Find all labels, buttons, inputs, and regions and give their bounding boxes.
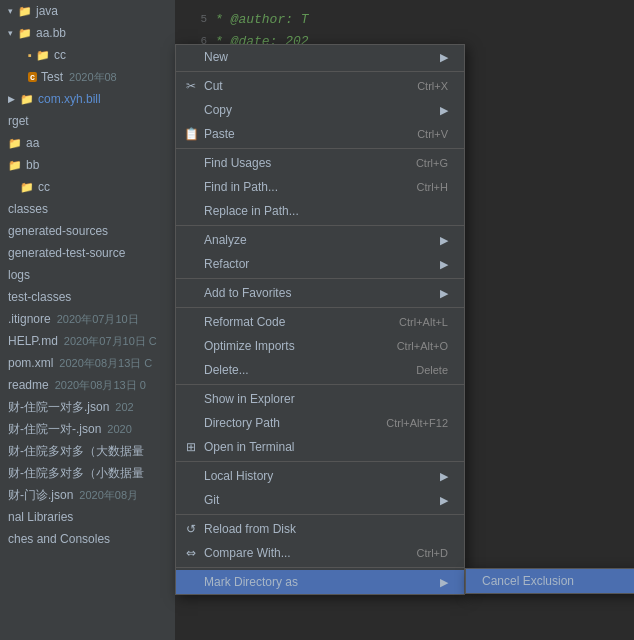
tree-item-label: cc	[54, 48, 66, 62]
menu-label: Copy	[204, 103, 440, 117]
submenu-arrow: ▶	[440, 576, 448, 589]
file-tree: ▾ 📁 java ▾ 📁 aa.bb ▪ 📁 cc c Test 2020年08…	[0, 0, 175, 640]
menu-label: Mark Directory as	[204, 575, 440, 589]
menu-item-local-history[interactable]: Local History ▶	[176, 464, 464, 488]
menu-item-refactor[interactable]: Refactor ▶	[176, 252, 464, 276]
menu-label: Open in Terminal	[204, 440, 448, 454]
tree-item-rget[interactable]: rget	[0, 110, 175, 132]
menu-item-directory-path[interactable]: Directory Path Ctrl+Alt+F12	[176, 411, 464, 435]
compare-icon: ⇔	[182, 546, 200, 560]
tree-item-label: aa	[26, 136, 39, 150]
menu-item-mark-directory-as[interactable]: Mark Directory as ▶ Cancel Exclusion	[176, 570, 464, 594]
menu-item-optimize-imports[interactable]: Optimize Imports Ctrl+Alt+O	[176, 334, 464, 358]
tree-item-comxyhbill[interactable]: ▶ 📁 com.xyh.bill	[0, 88, 175, 110]
submenu-arrow: ▶	[440, 470, 448, 483]
menu-label: Reformat Code	[204, 315, 399, 329]
menu-label: Add to Favorites	[204, 286, 440, 300]
submenu-item-label: Cancel Exclusion	[482, 574, 574, 588]
terminal-icon: ⊞	[182, 440, 200, 454]
menu-item-new[interactable]: New ▶	[176, 45, 464, 69]
tree-item-cc[interactable]: ▪ 📁 cc	[0, 44, 175, 66]
menu-label: Replace in Path...	[204, 204, 448, 218]
menu-item-find-in-path[interactable]: Find in Path... Ctrl+H	[176, 175, 464, 199]
tree-item-json4[interactable]: 财-住院多对多（小数据量	[0, 462, 175, 484]
tree-item-cc2[interactable]: 📁 cc	[0, 176, 175, 198]
tree-item-label: 财-住院一对-.json	[8, 421, 101, 438]
reload-icon: ↺	[182, 522, 200, 536]
menu-item-reformat-code[interactable]: Reformat Code Ctrl+Alt+L	[176, 310, 464, 334]
menu-label: New	[204, 50, 440, 64]
menu-item-compare-with[interactable]: ⇔ Compare With... Ctrl+D	[176, 541, 464, 565]
shortcut: Delete	[416, 364, 448, 376]
tree-item-test-classes[interactable]: test-classes	[0, 286, 175, 308]
menu-item-show-explorer[interactable]: Show in Explorer	[176, 387, 464, 411]
tree-item-logs[interactable]: logs	[0, 264, 175, 286]
tree-item-label: bb	[26, 158, 39, 172]
folder-icon: 📁	[18, 5, 32, 18]
tree-item-generated-sources[interactable]: generated-sources	[0, 220, 175, 242]
folder-icon: 📁	[18, 27, 32, 40]
menu-separator	[176, 514, 464, 515]
submenu-arrow: ▶	[440, 234, 448, 247]
tree-item-label: nal Libraries	[8, 510, 73, 524]
menu-item-reload[interactable]: ↺ Reload from Disk	[176, 517, 464, 541]
tree-item-aabb[interactable]: ▾ 📁 aa.bb	[0, 22, 175, 44]
paste-icon: 📋	[182, 127, 200, 141]
tree-item-label: com.xyh.bill	[38, 92, 101, 106]
menu-label: Delete...	[204, 363, 416, 377]
mark-directory-submenu: Cancel Exclusion	[465, 568, 634, 594]
tree-item-json5[interactable]: 财-门诊.json 2020年08月	[0, 484, 175, 506]
folder-icon: 📁	[8, 137, 22, 150]
menu-item-git[interactable]: Git ▶	[176, 488, 464, 512]
tree-item-libraries[interactable]: nal Libraries	[0, 506, 175, 528]
menu-item-open-terminal[interactable]: ⊞ Open in Terminal	[176, 435, 464, 459]
menu-label: Directory Path	[204, 416, 386, 430]
submenu-arrow: ▶	[440, 494, 448, 507]
java-icon: c	[28, 72, 37, 82]
tree-item-gitignore[interactable]: .itignore 2020年07月10日	[0, 308, 175, 330]
menu-item-replace-in-path[interactable]: Replace in Path...	[176, 199, 464, 223]
menu-label: Git	[204, 493, 440, 507]
tree-item-test[interactable]: c Test 2020年08	[0, 66, 175, 88]
tree-item-helpmd[interactable]: HELP.md 2020年07月10日 C	[0, 330, 175, 352]
menu-item-find-usages[interactable]: Find Usages Ctrl+G	[176, 151, 464, 175]
menu-label: Find in Path...	[204, 180, 417, 194]
file-date: 2020	[107, 423, 131, 435]
tree-item-consoles[interactable]: ches and Consoles	[0, 528, 175, 550]
menu-item-cut[interactable]: ✂ Cut Ctrl+X	[176, 74, 464, 98]
tree-item-label: pom.xml	[8, 356, 53, 370]
menu-label: Cut	[204, 79, 417, 93]
tree-item-label: generated-sources	[8, 224, 108, 238]
tree-item-generated-test[interactable]: generated-test-source	[0, 242, 175, 264]
line-number: 5	[187, 13, 207, 25]
chevron-icon: ▶	[8, 94, 15, 104]
menu-item-add-favorites[interactable]: Add to Favorites ▶	[176, 281, 464, 305]
tree-item-label: classes	[8, 202, 48, 216]
menu-item-copy[interactable]: Copy ▶	[176, 98, 464, 122]
tree-item-json1[interactable]: 财-住院一对多.json 202	[0, 396, 175, 418]
tree-item-json3[interactable]: 财-住院多对多（大数据量	[0, 440, 175, 462]
tree-item-bb[interactable]: 📁 bb	[0, 154, 175, 176]
menu-item-delete[interactable]: Delete... Delete	[176, 358, 464, 382]
tree-item-json2[interactable]: 财-住院一对-.json 2020	[0, 418, 175, 440]
shortcut: Ctrl+H	[417, 181, 448, 193]
folder-icon: 📁	[8, 159, 22, 172]
tree-item-label: test-classes	[8, 290, 71, 304]
menu-item-analyze[interactable]: Analyze ▶	[176, 228, 464, 252]
tree-item-label: .itignore	[8, 312, 51, 326]
shortcut: Ctrl+Alt+L	[399, 316, 448, 328]
tree-item-java[interactable]: ▾ 📁 java	[0, 0, 175, 22]
menu-item-paste[interactable]: 📋 Paste Ctrl+V	[176, 122, 464, 146]
shortcut: Ctrl+Alt+O	[397, 340, 448, 352]
menu-separator	[176, 225, 464, 226]
tree-item-readme[interactable]: readme 2020年08月13日 0	[0, 374, 175, 396]
shortcut: Ctrl+Alt+F12	[386, 417, 448, 429]
shortcut: Ctrl+D	[417, 547, 448, 559]
file-date: 202	[115, 401, 133, 413]
submenu-item-cancel-exclusion[interactable]: Cancel Exclusion	[466, 569, 634, 593]
tree-item-aa[interactable]: 📁 aa	[0, 132, 175, 154]
tree-item-pomxml[interactable]: pom.xml 2020年08月13日 C	[0, 352, 175, 374]
menu-label: Show in Explorer	[204, 392, 448, 406]
file-date: 2020年08月	[79, 488, 138, 503]
tree-item-classes[interactable]: classes	[0, 198, 175, 220]
